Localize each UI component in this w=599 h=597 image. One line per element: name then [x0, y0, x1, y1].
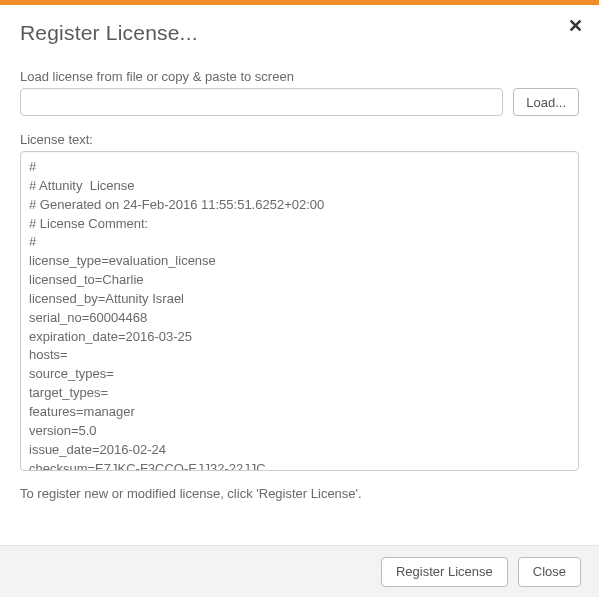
register-license-button[interactable]: Register License	[381, 557, 508, 587]
license-file-input[interactable]	[20, 88, 503, 116]
close-button[interactable]: Close	[518, 557, 581, 587]
dialog-footer: Register License Close	[0, 545, 599, 597]
dialog-title: Register License...	[20, 21, 579, 45]
license-text-label: License text:	[20, 132, 579, 147]
register-license-dialog: ✕ Register License... Load license from …	[0, 5, 599, 501]
helper-text: To register new or modified license, cli…	[20, 486, 579, 501]
license-text-area[interactable]	[20, 151, 579, 471]
close-icon[interactable]: ✕	[568, 17, 583, 35]
load-license-row: Load...	[20, 88, 579, 116]
load-license-label: Load license from file or copy & paste t…	[20, 69, 579, 84]
load-button[interactable]: Load...	[513, 88, 579, 116]
